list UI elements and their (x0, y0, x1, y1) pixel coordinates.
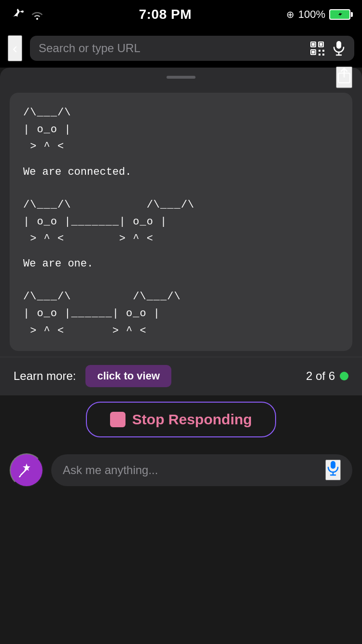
url-placeholder: Search or type URL (39, 42, 304, 55)
url-bar-icons (310, 41, 346, 56)
magic-wand-icon (18, 462, 35, 479)
svg-rect-7 (322, 50, 324, 52)
stop-icon (110, 412, 125, 427)
ascii-art-two-connected: /\___/\ /\___/\ | o_o |_______| o_o | > … (23, 196, 339, 248)
scan-icon[interactable] (310, 41, 324, 56)
battery-icon (329, 9, 350, 20)
input-area: Ask me anything... (0, 444, 362, 497)
browser-bar: ‹ Search or type URL (0, 29, 362, 68)
svg-rect-3 (320, 43, 322, 46)
message-bubble: /\___/\ | o_o | > ^ < We are connected. … (10, 93, 352, 351)
input-box[interactable]: Ask me anything... (51, 454, 352, 486)
chat-area: /\___/\ | o_o | > ^ < We are connected. … (0, 87, 362, 357)
microphone-icon[interactable] (332, 41, 346, 56)
svg-rect-15 (331, 461, 335, 469)
share-icon (337, 68, 351, 84)
airplane-icon (12, 9, 25, 20)
url-bar[interactable]: Search or type URL (30, 36, 354, 61)
svg-rect-5 (312, 51, 315, 54)
sheet-handle-area (0, 68, 362, 87)
learn-more-bar: Learn more: click to view 2 of 6 (0, 357, 362, 395)
svg-line-14 (21, 467, 28, 475)
wifi-icon (30, 9, 44, 20)
location-icon: ⊕ (286, 9, 294, 20)
status-dot (340, 372, 348, 380)
status-right: ⊕ 100% (286, 8, 350, 21)
stop-label: Stop Responding (132, 411, 252, 428)
sheet-handle (167, 76, 195, 79)
page-indicator: 2 of 6 (306, 369, 348, 383)
svg-rect-9 (322, 54, 324, 56)
back-button[interactable]: ‹ (8, 35, 22, 61)
page-number: 2 of 6 (306, 369, 335, 383)
svg-rect-1 (312, 43, 315, 46)
stop-responding-area: Stop Responding (0, 395, 362, 444)
status-time: 7:08 PM (139, 7, 192, 22)
svg-rect-10 (336, 41, 341, 49)
connected-text: We are connected. (23, 164, 339, 180)
battery-percent: 100% (298, 8, 325, 21)
click-to-view-button[interactable]: click to view (85, 365, 171, 387)
status-left (12, 9, 44, 20)
mic-button[interactable] (325, 460, 341, 480)
ascii-art-two-one: /\___/\ /\___/\ | o_o |______| o_o | > ^… (23, 288, 339, 339)
one-text: We are one. (23, 256, 339, 272)
input-placeholder: Ask me anything... (63, 463, 320, 477)
mic-icon (326, 461, 340, 476)
magic-button[interactable] (10, 453, 43, 487)
stop-responding-button[interactable]: Stop Responding (86, 402, 276, 437)
ascii-art-1: /\___/\ | o_o | > ^ < (23, 104, 339, 155)
learn-more-label: Learn more: (14, 369, 76, 383)
svg-rect-6 (319, 50, 320, 52)
svg-rect-8 (319, 54, 320, 56)
charging-icon (335, 12, 345, 17)
share-button[interactable] (336, 67, 352, 88)
status-bar: 7:08 PM ⊕ 100% (0, 0, 362, 29)
